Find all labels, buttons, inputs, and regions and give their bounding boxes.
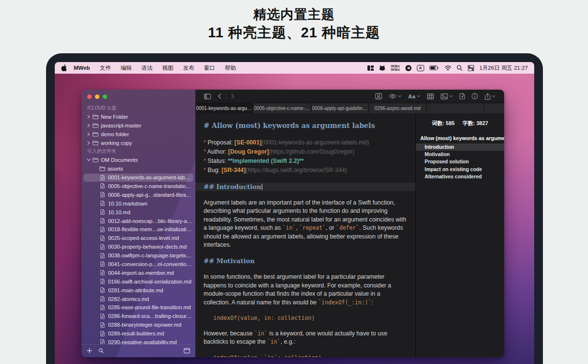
sidebar-toggle-icon[interactable] [201, 94, 214, 99]
forward-icon[interactable] [227, 94, 238, 99]
battery-icon[interactable] [429, 65, 439, 70]
sidebar-item-label: 0006-apply-api-g…standard-library.md [108, 192, 192, 198]
sidebar-file-item[interactable]: 0289-result-builders.md [81, 329, 195, 338]
sidebar-file-item[interactable]: 0044-import-as-member.md [81, 269, 195, 277]
control-center-icon[interactable] [468, 65, 474, 71]
preview-eye-icon[interactable] [385, 94, 405, 99]
info-icon[interactable] [468, 93, 481, 99]
editor-paragraph[interactable]: However, because `in` is a keyword, one … [204, 330, 407, 347]
image-icon[interactable] [437, 94, 456, 99]
char-count-label: 字数: [462, 120, 475, 126]
outline-item[interactable]: Introduction [416, 143, 504, 151]
sidebar-file-item[interactable]: 0025-scoped-access-level.md [81, 234, 195, 242]
editor-list-line[interactable]: * Proposal: [SE-0001](0001-keywords-as-a… [204, 138, 407, 147]
macos-menu-bar: MWeb文件编辑语法视图发布窗口帮助 0KB/s 0KB/s [55, 62, 534, 74]
panel-icon[interactable] [184, 347, 190, 355]
back-icon[interactable] [214, 94, 225, 99]
editor-list-line[interactable]: * Bug: [SR-344](https://bugs.swift.org/b… [204, 166, 407, 175]
editor-list-line[interactable]: * Author: [Doug Gregor](https://github.c… [204, 147, 407, 157]
markdown-editor[interactable]: # Allow (most) keywords as argument labe… [195, 113, 415, 357]
search-icon[interactable] [457, 65, 462, 71]
sidebar-file-item[interactable]: 0286-forward-sca…trailing-closures.md [81, 312, 195, 320]
menu-item-5[interactable]: 发布 [178, 65, 199, 71]
editor-heading-line[interactable]: ## Introduction [195, 183, 415, 191]
editor-heading-line[interactable]: # Allow (most) keywords as argument labe… [204, 121, 407, 130]
wifi-icon[interactable] [445, 65, 451, 71]
share-icon[interactable] [481, 93, 499, 100]
editor-paragraph[interactable]: Argument labels are an important part of… [204, 199, 407, 249]
sidebar-file-item[interactable]: 0166-swift-archival-serialization.md [81, 277, 195, 286]
tab-0[interactable]: 0001-keywords-as-argu… [195, 103, 253, 113]
sidebar-file-item[interactable]: 0288-binaryinteger-ispower.md [81, 320, 195, 329]
sidebar-file-item[interactable]: 0006-apply-api-g…standard-library.md [81, 190, 195, 199]
editor-code-block[interactable]: indexOf(value, in: collection) [204, 315, 407, 322]
outline-item[interactable]: Alternatives considered [416, 173, 504, 180]
cat-app-icon[interactable] [379, 65, 385, 71]
sidebar-item-label: 0285-ease-pound-file-transition.md [108, 304, 191, 310]
tab-2[interactable]: 0006-apply-api-guidelin… [311, 103, 369, 113]
window-tiling-icon[interactable] [367, 65, 374, 71]
contacts-icon[interactable] [372, 93, 385, 99]
outline-item[interactable]: Motivation [416, 151, 504, 158]
search-icon[interactable] [98, 347, 104, 355]
sidebar-file-item[interactable]: 0285-ease-pound-file-transition.md [81, 303, 195, 312]
sidebar-folder-item[interactable]: OM Documents [81, 156, 195, 164]
sidebar-folder-item[interactable]: working copy [81, 139, 195, 147]
outline-item[interactable]: Proposed solution [416, 158, 504, 165]
sidebar-item-label: 0018-flexible-mem…se-initialization.md [108, 226, 192, 232]
sidebar-file-item[interactable]: 0001-keywords-as-argument-labels.md [81, 173, 195, 182]
editor-text-segment: [SE-0001] [235, 139, 262, 146]
sidebar-file-item[interactable]: 0012-add-noescap…blic-library-api.md [81, 217, 195, 225]
tab-3[interactable]: 0296-async-await.md [369, 103, 427, 113]
menu-item-4[interactable]: 视图 [158, 65, 178, 71]
editor-code-block[interactable]: indexOf(value, `in`: collection) [204, 354, 407, 357]
menu-bar-clock[interactable]: 1月26日 周五 21:27 [479, 64, 528, 72]
chevron-right-icon [85, 115, 92, 119]
sidebar-file-item[interactable]: 10.10.md [81, 208, 195, 217]
editor-list-block[interactable]: * Proposal: [SE-0001](0001-keywords-as-a… [204, 138, 407, 175]
sidebar-item-label: 0001-keywords-as-argument-labels.md [108, 174, 192, 180]
menu-item-0[interactable]: MWeb [69, 65, 95, 71]
sidebar-file-item[interactable]: 0005-objective-c-name-translation.md [81, 182, 195, 190]
editor-list-line[interactable]: * Status: **Implemented (Swift 2.2)** [204, 157, 407, 166]
tab-1[interactable]: 0005-objective-c-name-… [253, 103, 311, 113]
sidebar-file-item[interactable]: 0038-swiftpm-c-language-targets.md [81, 251, 195, 260]
menu-item-1[interactable]: 文件 [95, 65, 116, 71]
menu-item-2[interactable]: 编辑 [116, 65, 137, 71]
editor-text-segment: Bug: [207, 167, 222, 174]
document-icon [99, 192, 106, 197]
sidebar-file-item[interactable]: 0281-main-attribute.md [81, 286, 195, 295]
input-source-icon[interactable]: A [417, 65, 424, 71]
editor-paragraph[interactable]: In some functions, the best argument lab… [204, 273, 407, 307]
editor-heading-line[interactable]: ## Motivation [204, 257, 407, 265]
sidebar-item-label: 0288-binaryinteger-ispower.md [108, 322, 181, 328]
new-document-icon[interactable] [456, 93, 468, 99]
sidebar-folder-item[interactable]: New Folder [81, 112, 195, 121]
sidebar-file-item[interactable]: 0041-conversion-p…ol-conventions.md [81, 260, 195, 269]
outline-document-title[interactable]: Allow (most) keywords as argume… [416, 127, 504, 143]
telegram-icon[interactable] [405, 65, 412, 71]
sidebar-file-item[interactable]: 10.10.markdown [81, 199, 195, 208]
add-icon[interactable] [87, 347, 92, 355]
network-speed[interactable]: 0KB/s 0KB/s [391, 64, 399, 71]
sidebar-folder-item[interactable]: demo folder [81, 130, 195, 139]
zoom-button[interactable] [103, 95, 107, 99]
minimize-button[interactable] [95, 95, 99, 99]
text-format-icon[interactable]: Aa [405, 94, 424, 99]
table-icon[interactable] [424, 94, 437, 99]
menu-item-7[interactable]: 帮助 [220, 65, 241, 71]
outline-item[interactable]: Impact on existing code [416, 166, 504, 173]
sidebar-folder-item[interactable]: assets [81, 164, 195, 173]
sidebar-file-item[interactable]: 0282-atomics.md [81, 295, 195, 303]
menu-item-6[interactable]: 窗口 [199, 65, 220, 71]
editor-text-segment: * [204, 158, 207, 164]
editor-text-segment: Status: [207, 158, 228, 164]
apple-menu-icon[interactable] [61, 64, 69, 71]
toolbar-divider [226, 94, 226, 99]
sidebar-folder-item[interactable]: javascript-master [81, 121, 195, 130]
close-button[interactable] [87, 95, 92, 99]
menu-item-3[interactable]: 语法 [137, 65, 158, 71]
sidebar-file-item[interactable]: 0030-property-behavior-decls.md [81, 242, 195, 251]
sidebar-file-item[interactable]: 0018-flexible-mem…se-initialization.md [81, 225, 195, 234]
sidebar-file-item[interactable]: 0290-negative-availability.md [81, 338, 195, 344]
